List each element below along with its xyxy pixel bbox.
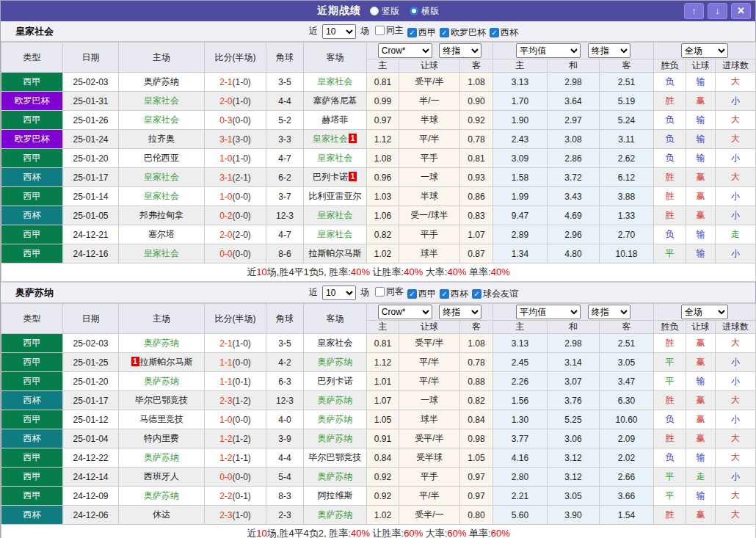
result-wdl-cell: 胜: [654, 391, 686, 410]
checkbox-checked-icon[interactable]: ✓: [407, 289, 417, 299]
fulltime-score: 3-1: [219, 134, 232, 145]
away-team-cell: 皇家社会: [304, 334, 367, 353]
avg-final-select[interactable]: 终指: [588, 43, 630, 58]
away-odds-cell: 0.97: [460, 487, 493, 506]
avg-away-odds-cell: 2.70: [600, 225, 654, 244]
red-card-badge: 1: [349, 172, 357, 181]
filter-checkbox-同主[interactable]: 同主: [375, 24, 404, 37]
team-name-text: 马德里竞技: [139, 414, 183, 424]
odds-final-select[interactable]: 终指: [439, 43, 481, 58]
league-type-cell: 西甲: [1, 149, 63, 168]
away-team-cell: 皇家社会1: [304, 130, 367, 149]
fulltime-score: 0-0: [219, 472, 232, 482]
odds-final-select[interactable]: 终指: [439, 305, 481, 319]
team-name-text: 皇家社会: [318, 338, 353, 348]
fulltime-score: 2-0: [219, 230, 232, 240]
close-button[interactable]: ✕: [731, 3, 751, 19]
handicap-cell: 受半/一: [399, 506, 460, 525]
filter-checkbox-西杯[interactable]: ✓西杯: [490, 26, 518, 39]
match-row: 欧罗巴杯25-01-31皇家社会2-0(1-0)4-4塞萨洛尼基0.99半/一0…: [1, 92, 756, 111]
avg-home-odds-cell: 5.60: [493, 506, 548, 525]
result-wdl-cell: 平: [654, 372, 686, 391]
avg-select[interactable]: 平均值: [516, 43, 581, 58]
home-team-cell: 毕尔巴鄂竞技: [119, 391, 205, 410]
move-up-button[interactable]: ↑: [684, 3, 704, 19]
league-type-cell: 西甲: [1, 111, 63, 130]
avg-draw-odds-cell: 2.98: [548, 73, 600, 92]
summary-segment: 40%: [491, 266, 510, 277]
result-handicap-cell: 输: [686, 111, 716, 130]
avg-final-select[interactable]: 终指: [588, 305, 630, 319]
checkbox-checked-icon[interactable]: ✓: [472, 289, 481, 299]
col-odds-home: 主: [367, 59, 399, 73]
halftime-score: (1-1): [233, 453, 251, 463]
avg-draw-odds-cell: 3.08: [548, 130, 600, 149]
avg-away-odds-cell: 10.18: [600, 244, 654, 263]
filter-checkbox-欧罗巴杯[interactable]: ✓欧罗巴杯: [440, 26, 486, 39]
avg-home-odds-cell: 2.45: [493, 353, 548, 372]
match-row: 西甲24-12-21塞尔塔2-0(2-0)4-7皇家社会0.82平手1.072.…: [1, 225, 756, 244]
home-odds-cell: 0.92: [367, 487, 399, 506]
avg-draw-odds-cell: 3.64: [548, 92, 600, 111]
checkbox-checked-icon[interactable]: ✓: [440, 289, 449, 299]
summary-segment: 40%: [404, 266, 423, 277]
avg-draw-odds-cell: 3.05: [548, 487, 600, 506]
team-name-text: 西班牙人: [144, 471, 179, 481]
filter-checkbox-西杯[interactable]: ✓西杯: [440, 288, 468, 300]
home-odds-cell: 1.06: [367, 206, 399, 225]
home-team-cell: 奥萨苏纳: [119, 334, 205, 353]
team-name-text: 奥萨苏纳: [144, 376, 179, 386]
move-down-button[interactable]: ↓: [708, 3, 727, 19]
avg-draw-odds-cell: 3.12: [548, 468, 600, 487]
recent-count-select[interactable]: 10: [322, 286, 356, 300]
avg-group-header: 平均值 终指: [493, 43, 654, 59]
result-goals-cell: 大: [716, 130, 756, 149]
result-wdl-cell: 胜: [654, 187, 686, 206]
col-corner: 角球: [266, 43, 304, 73]
checkbox-checked-icon[interactable]: ✓: [490, 28, 499, 37]
away-team-cell: 阿拉维斯: [304, 487, 367, 506]
date-cell: 25-01-12: [63, 410, 119, 429]
scope-select[interactable]: 全场: [681, 305, 728, 319]
recent-count-select[interactable]: 10: [322, 24, 356, 39]
away-odds-cell: 1.08: [460, 334, 493, 353]
home-team-cell: 奥萨苏纳: [119, 448, 205, 468]
away-odds-cell: 0.90: [460, 92, 493, 111]
radio-vertical-layout[interactable]: 竖版: [370, 5, 399, 18]
checkbox-unchecked-icon[interactable]: [375, 287, 385, 297]
result-handicap-cell: 赢: [686, 506, 716, 525]
odds-source-select[interactable]: Crow*: [378, 305, 432, 319]
filter-checkbox-球会友谊[interactable]: ✓球会友谊: [472, 288, 518, 300]
odds-source-select[interactable]: Crow*: [378, 43, 432, 58]
col-avg-away: 客: [600, 321, 654, 334]
radio-vertical-icon[interactable]: [370, 7, 379, 15]
home-team-cell: 休达: [119, 506, 205, 525]
avg-home-odds-cell: 3.77: [493, 429, 548, 448]
score-cell: 2-0(2-0): [205, 225, 266, 244]
avg-draw-odds-cell: 3.43: [548, 187, 600, 206]
filter-checkbox-同客[interactable]: 同客: [375, 286, 404, 298]
avg-home-odds-cell: 1.30: [493, 410, 548, 429]
radio-horizontal-icon[interactable]: [410, 7, 418, 15]
corner-cell: 3-5: [266, 334, 304, 353]
filter-checkbox-西甲[interactable]: ✓西甲: [407, 288, 436, 300]
fulltime-score: 2-3: [219, 396, 232, 406]
summary-segment: 大率:: [423, 528, 447, 538]
match-row: 西甲25-01-14皇家社会1-0(0-0)3-7比利亚雷亚尔1.03半球0.8…: [1, 187, 756, 206]
checkbox-checked-icon[interactable]: ✓: [407, 28, 417, 37]
checkbox-checked-icon[interactable]: ✓: [440, 28, 449, 37]
corner-cell: 4-7: [266, 225, 304, 244]
result-goals-cell: 小: [716, 372, 756, 391]
col-result-wdl: 胜负: [654, 59, 686, 73]
result-wdl-cell: 平: [654, 353, 686, 372]
handicap-cell: 平手: [399, 149, 460, 168]
radio-vertical-label: 竖版: [382, 5, 399, 18]
scope-select[interactable]: 全场: [681, 43, 728, 58]
result-wdl-cell: 负: [654, 410, 686, 429]
checkbox-unchecked-icon[interactable]: [375, 26, 385, 35]
avg-select[interactable]: 平均值: [516, 305, 581, 319]
filter-checkbox-西甲[interactable]: ✓西甲: [407, 26, 436, 39]
radio-horizontal-layout[interactable]: 横版: [410, 5, 439, 18]
avg-away-odds-cell: 6.30: [600, 391, 654, 410]
halftime-score: (0-0): [233, 192, 251, 202]
